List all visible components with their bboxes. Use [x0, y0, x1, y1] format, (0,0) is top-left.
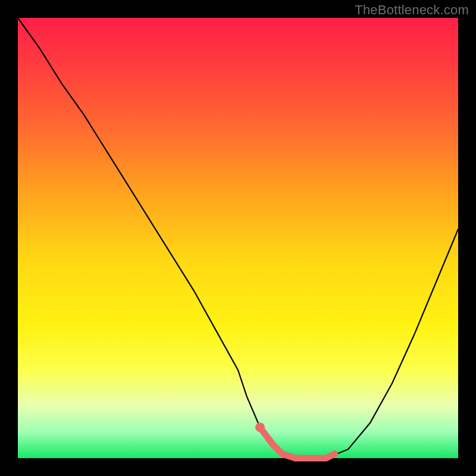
chart-frame: TheBottleneck.com: [0, 0, 476, 476]
optimal-start-dot: [255, 422, 265, 432]
plot-area: [18, 18, 458, 458]
watermark-text: TheBottleneck.com: [355, 2, 469, 18]
optimal-range-highlight: [260, 427, 335, 458]
curve-svg: [18, 18, 458, 458]
bottleneck-curve: [18, 18, 458, 458]
